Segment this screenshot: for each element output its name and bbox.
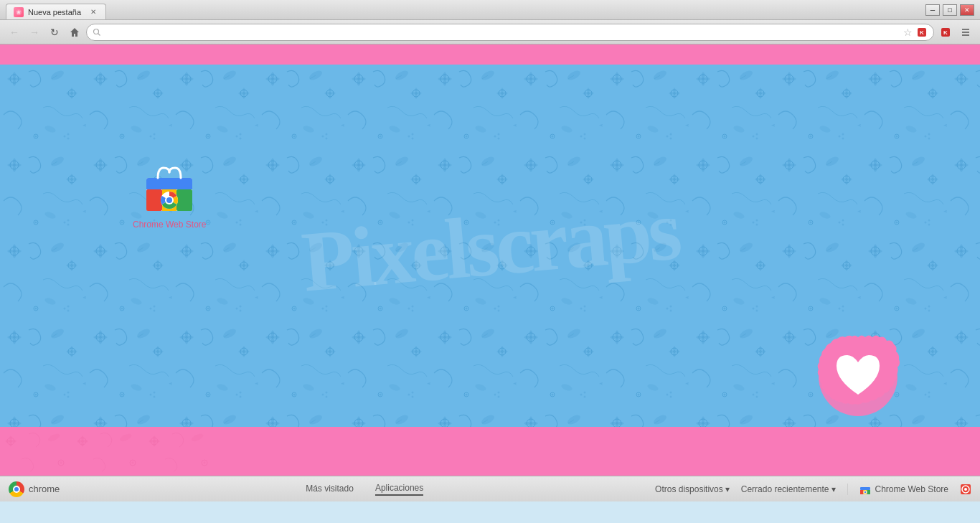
svg-rect-43 [867,490,870,494]
tab-favicon [14,7,24,17]
other-devices-btn[interactable]: Otros dispositivos ▾ [655,484,730,494]
pink-top-bar [0,44,980,65]
svg-text:K: K [943,29,948,36]
address-bar[interactable]: ☆ K [86,24,934,41]
chrome-web-store-shortcut[interactable]: Chrome Web Store [133,158,207,230]
most-visited-link[interactable]: Más visitado [306,484,354,495]
reload-btn[interactable]: ↻ [46,24,63,41]
svg-text:K: K [920,29,924,36]
chrome-menu-btn[interactable] [957,24,974,41]
chrome-logo-text: chrome [29,484,60,494]
taskbar: chrome Más visitado Aplicaciones Otros d… [0,476,980,501]
svg-line-2 [98,33,100,35]
nav-bar: ← → ↻ ☆ K K [0,20,980,44]
maximize-btn[interactable]: □ [943,4,957,16]
main-area: Pixelscraps [0,65,980,427]
svg-point-45 [864,491,865,492]
minimize-btn[interactable]: ─ [925,4,940,16]
close-win-btn[interactable]: ✕ [960,4,974,16]
recently-closed-label: Cerrado recientemente [741,484,829,494]
tab-close-btn[interactable]: ✕ [88,7,98,17]
cws-mini-icon [859,484,871,495]
address-input[interactable] [104,27,899,37]
taskbar-right: Otros dispositivos ▾ Cerrado recientemen… [655,484,971,495]
recently-closed-arrow: ▾ [831,484,836,494]
svg-rect-26 [146,189,162,211]
search-icon [93,28,101,37]
taskbar-nav: Más visitado Aplicaciones [74,483,655,496]
forward-btn[interactable]: → [26,24,43,41]
svg-rect-40 [860,487,870,490]
tab-title: Nueva pestaña [28,8,81,17]
svg-rect-28 [176,189,192,211]
title-bar: Nueva pestaña ✕ ─ □ ✕ [0,0,980,20]
window-controls: ─ □ ✕ [925,4,974,16]
svg-point-31 [166,197,172,203]
pink-floral-pattern [0,427,215,476]
cws-label: Chrome Web Store [133,220,207,230]
cws-taskbar-label: Chrome Web Store [875,484,949,494]
svg-point-1 [94,29,99,34]
active-tab[interactable]: Nueva pestaña ✕ [6,4,106,19]
chrome-circle-icon [9,481,24,497]
chrome-logo: chrome [9,481,60,497]
cws-taskbar-icon [960,484,971,495]
back-btn[interactable]: ← [6,24,23,41]
svg-rect-38 [0,427,215,476]
pink-bottom-bar [0,427,980,476]
kaspersky-icon[interactable]: K [916,27,928,38]
heart-decoration [815,334,901,420]
taskbar-divider [847,484,848,495]
other-devices-label: Otros dispositivos [655,484,723,494]
chrome-web-store-taskbar-btn[interactable]: Chrome Web Store [859,484,949,495]
applications-link[interactable]: Aplicaciones [375,483,423,496]
chrome-inner-circle [13,486,20,493]
menu-btn[interactable]: K [937,24,954,41]
home-btn[interactable] [66,24,83,41]
other-devices-arrow: ▾ [725,484,730,494]
recently-closed-btn[interactable]: Cerrado recientemente ▾ [741,484,836,494]
tab-area: Nueva pestaña ✕ [6,0,106,19]
svg-rect-25 [146,184,192,189]
cws-bag-icon [141,158,198,215]
bookmark-icon[interactable]: ☆ [902,27,913,38]
svg-point-48 [964,488,967,491]
svg-rect-41 [860,490,864,494]
